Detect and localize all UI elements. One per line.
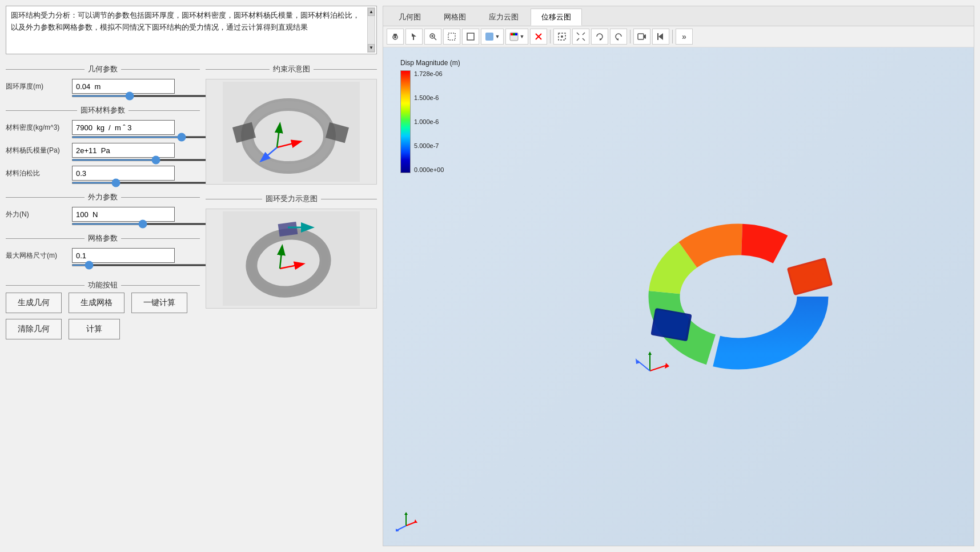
tabs-bar: 几何图 网格图 应力云图 位移云图: [383, 6, 974, 26]
gen-geometry-button[interactable]: 生成几何: [6, 293, 62, 313]
camera-tool-btn[interactable]: [387, 29, 404, 45]
main-container: 圆环结构受力分析：可以调节的参数包括圆环厚度，圆环材料密度，圆环材料杨氏模量，圆…: [0, 0, 980, 552]
thickness-slider[interactable]: [71, 95, 214, 97]
color-tool-btn[interactable]: ▼: [481, 29, 504, 45]
density-param-row: 材料密度(kg/m^3): [6, 120, 200, 138]
force-diag-line-left: [206, 199, 262, 199]
calculate-button[interactable]: 计算: [69, 319, 120, 339]
svg-rect-28: [513, 33, 515, 35]
svg-rect-50: [789, 259, 830, 293]
force-diagram-section: 圆环受力示意图: [206, 190, 377, 309]
left-panel: 圆环结构受力分析：可以调节的参数包括圆环厚度，圆环材料密度，圆环材料杨氏模量，圆…: [6, 6, 377, 546]
constraint-diagram-svg: [223, 82, 360, 182]
constraint-label: 约束示意图: [273, 64, 310, 74]
viewport: Disp Magnitude (m) 1.728e-06 1.500e-6 1.…: [383, 47, 974, 546]
svg-rect-29: [515, 33, 517, 35]
svg-rect-40: [638, 34, 644, 39]
force-param-row: 外力(N): [6, 207, 200, 225]
tab-mesh[interactable]: 网格图: [433, 9, 477, 26]
legend-min: 0.000e+00: [414, 166, 444, 173]
svg-line-53: [650, 365, 667, 371]
one-click-calc-button[interactable]: 一键计算: [131, 293, 187, 313]
select-rect-btn[interactable]: [443, 29, 460, 45]
material-section-divider: 圆环材料参数: [6, 105, 200, 115]
right-panel: 几何图 网格图 应力云图 位移云图 ▼: [383, 6, 974, 546]
force-label: 外力(N): [6, 210, 69, 219]
palette-icon: [509, 32, 519, 41]
constraint-line-left: [206, 69, 270, 70]
force-slider[interactable]: [71, 223, 214, 225]
color-icon: [485, 32, 494, 41]
legend-title: Disp Magnitude (m): [400, 59, 460, 67]
arrow-tool-btn[interactable]: [405, 29, 423, 45]
constraint-diagram-section: 约束示意图: [206, 61, 377, 185]
mesh-section-label: 网格参数: [88, 233, 118, 243]
rotate-ccw-btn[interactable]: [610, 29, 627, 45]
svg-marker-62: [404, 512, 408, 515]
scrollbar[interactable]: ▲ ▼: [367, 7, 375, 53]
two-col-content: 几何参数 圆环厚度(m) 圆环材料参数: [6, 58, 377, 546]
divider-line-left5: [6, 285, 85, 286]
scroll-up-btn[interactable]: ▲: [368, 8, 375, 16]
svg-line-57: [637, 361, 650, 371]
buttons-section-label: 功能按钮: [88, 280, 118, 290]
skip-back-btn[interactable]: [652, 29, 669, 45]
force-diagram-svg: [223, 211, 360, 306]
description-text: 圆环结构受力分析：可以调节的参数包括圆环厚度，圆环材料密度，圆环材料杨氏模量，圆…: [11, 10, 372, 34]
video-btn[interactable]: [633, 29, 650, 45]
buttons-section: 功能按钮 生成几何 生成网格 一键计算 清除几何 计算: [6, 277, 200, 345]
force-diagram-label: 圆环受力示意图: [266, 194, 318, 204]
params-column: 几何参数 圆环厚度(m) 圆环材料参数: [6, 58, 200, 546]
svg-rect-43: [657, 33, 658, 40]
fit-view-btn[interactable]: [553, 29, 571, 45]
legend-val3: 5.000e-7: [414, 142, 444, 149]
mesh-param-row: 最大网格尺寸(m): [6, 248, 200, 266]
select-box-icon: [466, 32, 475, 41]
camera-icon: [391, 32, 400, 41]
description-box: 圆环结构受力分析：可以调节的参数包括圆环厚度，圆环材料密度，圆环材料杨氏模量，圆…: [6, 6, 377, 54]
toolbar-separator-2: [630, 30, 630, 43]
youngs-slider[interactable]: [71, 159, 214, 161]
zoom-tool-btn[interactable]: [424, 29, 441, 45]
expand-btn[interactable]: [572, 29, 589, 45]
buttons-divider: 功能按钮: [6, 280, 200, 290]
scroll-down-btn[interactable]: ▼: [368, 44, 375, 52]
poisson-param-row: 材料泊松比: [6, 166, 200, 184]
divider-line-right: [121, 69, 200, 70]
rotate-cw-icon: [595, 32, 604, 41]
youngs-param-row: 材料杨氏模量(Pa): [6, 143, 200, 161]
tab-displacement[interactable]: 位移云图: [531, 9, 582, 26]
palette-tool-btn[interactable]: ▼: [505, 29, 528, 45]
select-rect-icon: [447, 32, 456, 41]
poisson-slider[interactable]: [71, 182, 214, 184]
thickness-label: 圆环厚度(m): [6, 82, 69, 91]
mesh-slider[interactable]: [71, 264, 214, 266]
density-slider[interactable]: [71, 136, 214, 138]
select-box-btn[interactable]: [462, 29, 479, 45]
3d-model-svg: [621, 199, 861, 405]
tab-geometry[interactable]: 几何图: [388, 9, 432, 26]
zoom-icon: [428, 32, 437, 41]
gen-mesh-button[interactable]: 生成网格: [69, 293, 124, 313]
rotate-cw-btn[interactable]: [591, 29, 608, 45]
close-red-btn[interactable]: [530, 29, 547, 45]
svg-line-35: [583, 33, 585, 35]
divider-line-right4: [121, 238, 200, 239]
constraint-line-right: [314, 69, 377, 70]
geometry-section-divider: 几何参数: [6, 64, 200, 74]
svg-rect-27: [511, 33, 513, 35]
mesh-section-divider: 网格参数: [6, 233, 200, 243]
mesh-label: 最大网格尺寸(m): [6, 251, 69, 261]
geometry-section-label: 几何参数: [88, 64, 118, 74]
model-container: [621, 199, 838, 394]
color-legend: Disp Magnitude (m) 1.728e-06 1.500e-6 1.…: [400, 59, 460, 173]
tab-stress[interactable]: 应力云图: [478, 9, 529, 26]
diagrams-column: 约束示意图: [206, 58, 377, 546]
close-red-icon: [534, 32, 543, 41]
clear-geometry-button[interactable]: 清除几何: [6, 319, 62, 339]
toolbar-separator-3: [672, 30, 673, 43]
legend-val2: 1.000e-6: [414, 118, 444, 125]
rotate-ccw-icon: [614, 32, 623, 41]
more-tools-btn[interactable]: »: [676, 29, 693, 45]
poisson-label: 材料泊松比: [6, 169, 69, 178]
